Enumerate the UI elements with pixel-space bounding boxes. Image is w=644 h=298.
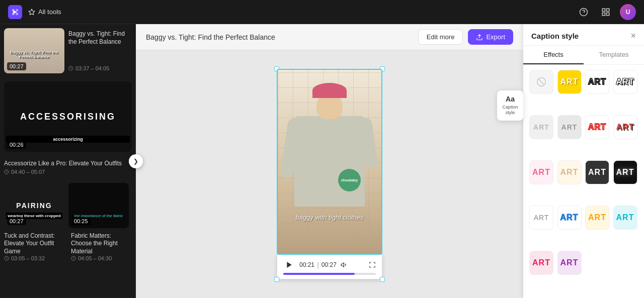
style-item-gold[interactable]: ART: [585, 206, 609, 230]
style-item-blue-outline[interactable]: ART: [557, 206, 582, 230]
video-caption: baggy with tight clothes: [278, 214, 381, 221]
style-item-cream[interactable]: ART: [557, 160, 582, 184]
svg-rect-3: [602, 13, 605, 15]
controls-row: 00:21 | 00:27: [283, 259, 376, 271]
resize-handle-bottomleft[interactable]: [274, 277, 279, 282]
nav-right: U: [576, 4, 636, 20]
thumb-big-text: ACCESSORISING: [20, 112, 116, 122]
svg-marker-10: [341, 263, 344, 267]
tab-effects[interactable]: Effects: [523, 46, 584, 64]
sidebar-collapse-button[interactable]: ❯: [129, 154, 143, 168]
canvas-topbar: Baggy vs. Tight: Find the Perfect Balanc…: [136, 24, 523, 50]
style-item-pink-bright[interactable]: ART: [529, 251, 553, 275]
volume-button[interactable]: [341, 261, 348, 268]
card-title: Tuck and Contrast: Elevate Your Outfit G…: [4, 232, 65, 256]
card-time: 03:37 – 04:05: [68, 65, 132, 71]
svg-rect-1: [602, 9, 605, 11]
video-background: chuubaby baggy with tight clothes: [278, 70, 381, 254]
card-title: Fabric Matters: Choose the Right Materia…: [71, 232, 132, 256]
card-info: Baggy vs. Tight: Find the Perfect Balanc…: [68, 28, 132, 73]
list-item[interactable]: PAIRING wearing these with cropped 00:27…: [4, 183, 132, 228]
style-item-purple[interactable]: ART: [557, 251, 582, 275]
svg-line-12: [538, 79, 544, 85]
video-thumbnail: the importance of the fabric 00:25: [68, 183, 129, 228]
video-player: chuubaby baggy with tight clothes: [277, 69, 382, 255]
caption-style-icon: Aa: [506, 95, 515, 103]
sweatshirt-logo: chuubaby: [338, 169, 361, 191]
svg-rect-4: [607, 13, 609, 15]
video-thumbnail: PAIRING wearing these with cropped 00:27: [4, 183, 64, 228]
edit-more-button[interactable]: Edit more: [418, 29, 463, 45]
progress-fill: [283, 273, 355, 275]
style-item-plain[interactable]: ART: [529, 206, 553, 230]
user-avatar[interactable]: U: [620, 4, 636, 20]
list-item[interactable]: Baggy vs. Tight: Find thePerfect Balance…: [4, 28, 132, 73]
export-button[interactable]: Export: [468, 29, 513, 45]
card-info: Fabric Matters: Choose the Right Materia…: [69, 232, 132, 262]
style-item-yellow[interactable]: ART: [557, 70, 582, 94]
svg-rect-2: [607, 9, 609, 11]
panel-title: Caption style: [531, 32, 579, 40]
caption-style-sidebar-button[interactable]: Aa Caption style: [497, 90, 523, 121]
player-controls: 00:21 | 00:27: [277, 255, 382, 279]
card-titles-row: Tuck and Contrast: Elevate Your Outfit G…: [4, 232, 132, 262]
caption-style-panel: Caption style × Effects Templates ART AR…: [523, 24, 644, 298]
svg-marker-9: [287, 262, 291, 268]
card-info: Tuck and Contrast: Elevate Your Outfit G…: [4, 232, 65, 262]
style-item-cyan[interactable]: ART: [613, 206, 637, 230]
card-time: 04:40 – 05:07: [4, 169, 132, 175]
person-figure: chuubaby: [289, 93, 370, 254]
panel-tabs: Effects Templates: [523, 46, 644, 65]
style-item-dark-outline[interactable]: ART: [585, 160, 609, 184]
duration-badge: 00:25: [71, 217, 91, 225]
panel-header: Caption style ×: [523, 24, 644, 46]
play-button[interactable]: [283, 259, 295, 271]
fullscreen-button[interactable]: [369, 261, 376, 268]
style-item-none[interactable]: [529, 70, 553, 94]
duration-badge: 00:27: [7, 62, 26, 70]
style-item-red-shadow[interactable]: ART: [613, 115, 637, 139]
person-hat: [312, 83, 347, 98]
duration-badge: 00:26: [7, 141, 26, 149]
card-time: 04:05 – 04:30: [71, 255, 132, 261]
duration-badge: 00:27: [7, 217, 26, 225]
top-navigation: All tools U: [0, 0, 644, 24]
video-thumbnail: ACCESSORISING accessorizing 00:26: [4, 81, 132, 152]
style-item-dark-shadow[interactable]: ART: [613, 160, 637, 184]
style-item-gray-outline[interactable]: ART: [529, 115, 553, 139]
thumb-big-text: PAIRING: [16, 202, 52, 210]
topbar-actions: Edit more Export: [418, 29, 513, 45]
help-icon[interactable]: [576, 4, 592, 20]
card-title: Accessorize Like a Pro: Elevate Your Out…: [4, 160, 132, 168]
app-logo[interactable]: [8, 5, 22, 19]
panel-close-button[interactable]: ×: [630, 31, 636, 40]
style-item-pink[interactable]: ART: [529, 160, 553, 184]
video-list: Baggy vs. Tight: Find thePerfect Balance…: [0, 24, 136, 273]
caption-style-label: Caption style: [500, 105, 520, 116]
card-title: Baggy vs. Tight: Find the Perfect Balanc…: [68, 30, 132, 46]
style-item-outline-dark[interactable]: ART: [585, 70, 609, 94]
list-item[interactable]: ACCESSORISING accessorizing 00:26 Access…: [4, 81, 132, 175]
person-head: [316, 93, 343, 119]
right-panel: Caption style × Effects Templates ART AR…: [523, 24, 644, 298]
canvas-content: chuubaby baggy with tight clothes: [136, 50, 523, 298]
all-tools-button[interactable]: All tools: [28, 8, 61, 16]
thumb-caption: Baggy vs. Tight: Find thePerfect Balance: [4, 50, 64, 59]
left-sidebar-wrapper: Baggy vs. Tight: Find thePerfect Balance…: [0, 24, 136, 298]
style-item-shadow-dark[interactable]: ART: [613, 70, 637, 94]
nav-left: All tools: [8, 5, 61, 19]
project-title: Baggy vs. Tight: Find the Perfect Balanc…: [146, 33, 275, 41]
style-grid: ART ART ART ART ART: [523, 65, 644, 298]
grid-icon[interactable]: [598, 4, 614, 20]
progress-bar[interactable]: [283, 273, 376, 275]
current-time: 00:21 | 00:27: [299, 261, 337, 268]
card-time: 03:05 – 03:32: [4, 255, 65, 261]
canvas-area: Baggy vs. Tight: Find the Perfect Balanc…: [136, 24, 523, 298]
style-item-gray-light[interactable]: ART: [557, 115, 582, 139]
video-thumbnail: Baggy vs. Tight: Find thePerfect Balance…: [4, 28, 64, 73]
style-item-red-outline[interactable]: ART: [585, 115, 609, 139]
video-player-wrapper: chuubaby baggy with tight clothes: [277, 69, 382, 279]
resize-handle-bottomright[interactable]: [380, 277, 385, 282]
person-body: chuubaby: [294, 116, 365, 207]
tab-templates[interactable]: Templates: [584, 46, 644, 64]
